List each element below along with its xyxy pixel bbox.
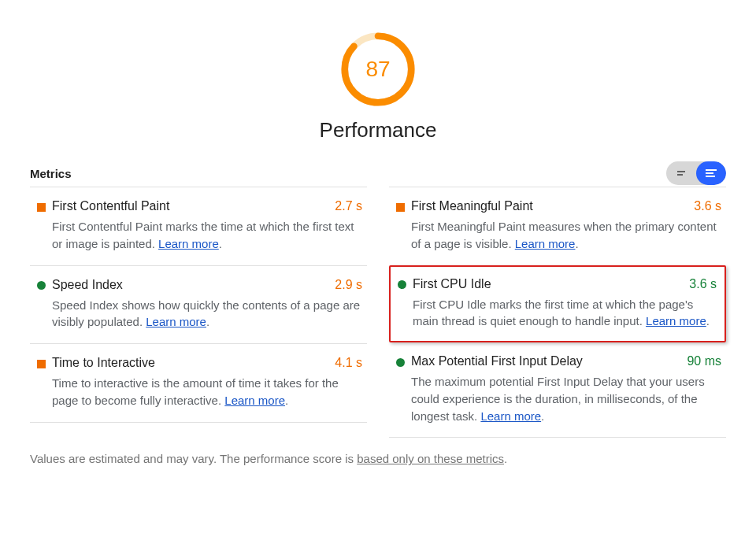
metric-first-cpu-idle: First CPU Idle 3.6 s First CPU Idle mark… [389,265,726,343]
metric-description: Time to interactive is the amount of tim… [52,375,362,409]
gauge-ring: 87 [340,31,416,107]
metric-description: First Meaningful Paint measures when the… [411,218,721,253]
metric-desc-text: Time to interactive is the amount of tim… [52,376,339,407]
metric-value: 3.6 s [694,199,721,213]
score-value: 87 [340,31,416,107]
period: . [575,237,578,250]
status-pass-icon [391,279,413,289]
view-toggle [666,161,726,185]
metric-desc-text: The maximum potential First Input Delay … [411,375,705,423]
footnote-link[interactable]: based only on these metrics [357,452,504,465]
metric-description: Speed Index shows how quickly the conten… [52,297,362,331]
footnote: Values are estimated and may vary. The p… [30,452,726,465]
period: . [206,315,209,328]
metric-max-potential-fid: Max Potential First Input Delay 90 ms Th… [389,342,726,438]
footnote-prefix: Values are estimated and may vary. The p… [30,452,357,465]
score-gauge: 87 Performance [30,31,726,142]
status-pass-icon [389,357,411,367]
metric-title: Max Potential First Input Delay [411,354,687,368]
metric-description: The maximum potential First Input Delay … [411,373,721,424]
expanded-lines-icon [706,169,717,177]
period: . [706,314,710,327]
learn-more-link[interactable]: Learn more [224,394,285,407]
period: . [219,237,222,250]
metric-time-to-interactive: Time to Interactive 4.1 s Time to intera… [30,343,367,423]
metric-title: First CPU Idle [413,277,689,291]
learn-more-link[interactable]: Learn more [146,315,206,328]
compact-lines-icon [677,171,685,176]
metric-title: Speed Index [52,278,335,292]
metric-title: First Meaningful Paint [411,199,694,213]
learn-more-link[interactable]: Learn more [158,237,219,250]
status-pass-icon [30,279,52,290]
metric-value: 3.6 s [689,277,717,291]
metric-value: 4.1 s [335,356,362,370]
metric-speed-index: Speed Index 2.9 s Speed Index shows how … [30,265,367,344]
learn-more-link[interactable]: Learn more [480,409,541,423]
metric-value: 90 ms [687,354,721,368]
metric-first-contentful-paint: First Contentful Paint 2.7 s First Conte… [30,187,367,265]
metric-description: First Contentful Paint marks the time at… [52,218,362,253]
metric-first-meaningful-paint: First Meaningful Paint 3.6 s First Meani… [389,187,726,265]
learn-more-link[interactable]: Learn more [515,237,576,250]
status-average-icon [30,202,52,212]
period: . [285,394,288,407]
metric-description: First CPU Idle marks the first time at w… [413,296,717,331]
view-expanded-button[interactable] [696,161,726,185]
learn-more-link[interactable]: Learn more [646,314,706,327]
period: . [541,409,544,423]
metric-title: Time to Interactive [52,356,335,370]
metric-title: First Contentful Paint [52,199,335,213]
view-compact-button[interactable] [666,161,696,185]
status-average-icon [30,358,52,368]
category-title: Performance [320,118,437,142]
status-average-icon [389,202,411,212]
metric-value: 2.7 s [335,199,362,213]
footnote-suffix: . [504,452,507,465]
metrics-heading: Metrics [30,167,72,180]
metric-value: 2.9 s [335,278,362,292]
